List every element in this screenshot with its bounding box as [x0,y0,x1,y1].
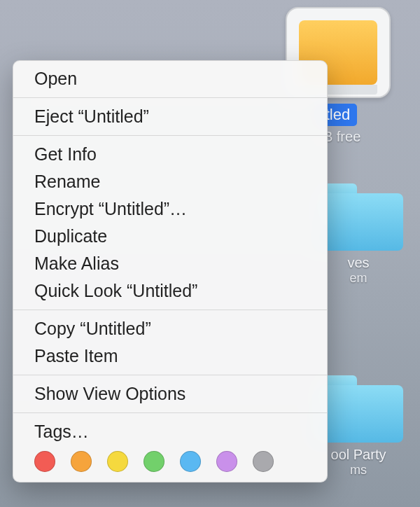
tag-purple[interactable] [216,451,237,472]
menu-separator [13,135,327,136]
tag-green[interactable] [144,451,164,472]
menu-encrypt[interactable]: Encrypt “Untitled”… [13,195,327,223]
menu-quick-look[interactable]: Quick Look “Untitled” [13,277,327,305]
menu-get-info[interactable]: Get Info [13,141,327,168]
menu-rename[interactable]: Rename [13,168,327,195]
menu-separator [13,97,327,98]
menu-separator [13,310,327,310]
menu-duplicate[interactable]: Duplicate [13,223,327,250]
menu-separator [13,412,327,413]
menu-open[interactable]: Open [13,65,327,92]
tag-yellow[interactable] [107,451,128,472]
menu-tags[interactable]: Tags… [13,418,327,445]
tag-gray[interactable] [253,451,274,472]
desktop: tled TB free ves em ool Party ms Open Ej… [0,0,420,507]
menu-show-view-options[interactable]: Show View Options [13,380,327,408]
tag-blue[interactable] [180,451,201,472]
menu-separator [13,375,327,375]
tag-red[interactable] [34,451,55,472]
context-menu: Open Eject “Untitled” Get Info Rename En… [13,60,328,482]
menu-eject[interactable]: Eject “Untitled” [13,103,327,130]
tags-row [13,445,327,475]
tag-orange[interactable] [71,451,92,472]
menu-copy[interactable]: Copy “Untitled” [13,315,327,342]
menu-make-alias[interactable]: Make Alias [13,250,327,277]
menu-paste[interactable]: Paste Item [13,342,327,370]
